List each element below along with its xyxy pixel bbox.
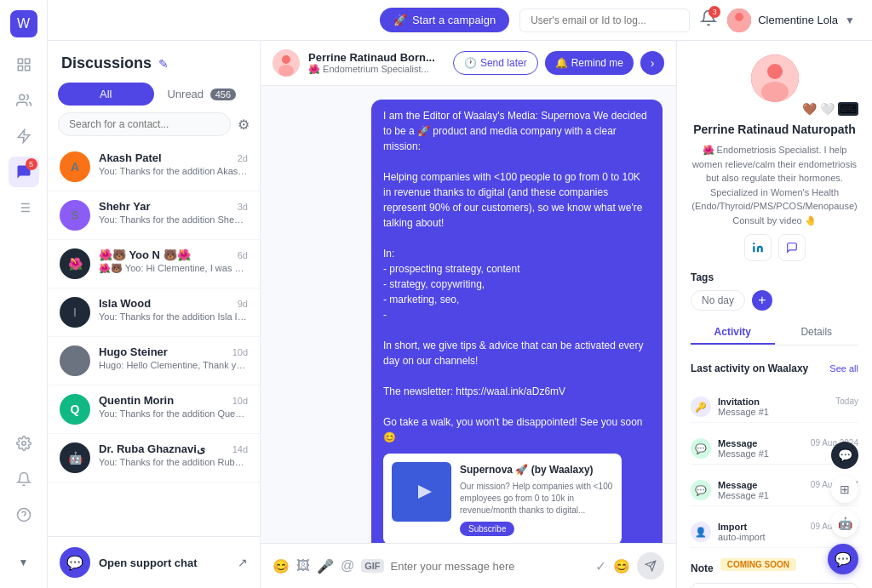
chat-contact-subtitle: 🌺 Endometrium Specialist... [308,64,445,75]
nav-collapse[interactable]: ▼ [9,547,39,578]
notification-badge: 3 [708,6,720,18]
contact-item[interactable]: 🌺 🌺🐻 Yoo N 🐻🌺 6d 🌺🐻 Yoo: Hi Clementine, … [48,240,260,288]
contact-preview: You: Thanks for the addition Quentin I a… [99,408,248,419]
nav-messages[interactable]: 5 [9,157,39,187]
user-search-input[interactable] [519,9,690,32]
check-button[interactable]: ✓ [595,558,606,574]
linkedin-button[interactable] [744,234,772,261]
float-grid-button[interactable]: ⊞ [831,476,858,503]
contact-item[interactable]: I Isla Wood 9d You: Thanks for the addit… [48,288,260,337]
user-profile-menu[interactable]: Clementine Lola ▼ [727,9,855,32]
profile-header: 🤎 🤍 ⌨ Perrine Ratinaud Naturopath 🌺 Endo… [691,54,858,261]
chat-header: Perrine Ratinaud Born... 🌺 Endometrium S… [261,41,676,86]
contact-item[interactable]: S Shehr Yar 3d You: Thanks for the addit… [48,191,260,240]
send-later-button[interactable]: 🕐 Send later [453,51,538,75]
float-chat-button[interactable]: 💬 [831,442,858,469]
message-input[interactable] [391,560,588,573]
discussions-panel: Discussions ✎ All Unread 456 ⚙ A [48,41,261,588]
remind-me-button[interactable]: 🔔 Remind me [545,51,634,75]
emoji-button[interactable]: 😊 [613,558,630,574]
no-day-tag[interactable]: No day [691,290,745,311]
contact-name: Akash Patel [99,151,162,164]
contact-item[interactable]: 🤖 Dr. Ruba Ghaznaviی 14d You: Thanks for… [48,434,260,482]
nav-help[interactable] [9,500,39,530]
edit-discussions-icon[interactable]: ✎ [158,57,169,71]
open-support-chat[interactable]: 💬 Open support chat ↗ [48,536,260,588]
campaign-rocket-icon: 🚀 [393,14,407,26]
send-message-button[interactable] [637,552,664,579]
avatar: I [60,297,90,328]
nav-settings[interactable] [9,428,39,459]
tab-unread[interactable]: Unread 456 [154,83,250,106]
link-card-desc: Our mission? Help companies with <100 em… [460,481,613,517]
see-all-link[interactable]: See all [829,363,858,374]
contact-item[interactable]: A Akash Patel 2d You: Thanks for the add… [48,143,260,191]
discussions-title: Discussions [61,54,152,72]
nav-lists[interactable] [9,192,39,223]
svg-rect-1 [25,59,29,63]
tags-section: Tags No day + [691,271,858,311]
logo: W [10,10,37,37]
contact-name: 🌺🐻 Yoo N 🐻🌺 [99,248,191,261]
user-name-label: Clementine Lola [758,14,838,26]
nav-home[interactable] [9,49,39,80]
contact-time: 9d [238,299,248,309]
add-tag-button[interactable]: + [752,290,772,311]
discussions-header: Discussions ✎ [48,41,260,83]
float-support-button[interactable]: 💬 [828,544,858,574]
svg-marker-5 [18,130,30,143]
tags-label: Tags [691,271,858,283]
audio-button[interactable]: 🎤 [317,558,334,574]
contact-info: 🌺🐻 Yoo N 🐻🌺 6d 🌺🐻 Yoo: Hi Clementine, I … [99,248,248,274]
message-profile-button[interactable] [778,234,806,261]
contact-info: Dr. Ruba Ghaznaviی 14d You: Thanks for t… [99,442,248,467]
subscribe-button[interactable]: Subscribe [460,522,514,536]
activity-section-title: Last activity on Waalaxy [691,363,808,374]
tab-details[interactable]: Details [775,321,859,345]
activity-icon-message: 💬 [691,438,711,459]
user-menu-chevron: ▼ [845,14,855,26]
activity-name: Message [718,438,804,448]
svg-point-32 [767,64,783,79]
gif-button[interactable]: GIF [361,559,383,573]
contact-preview: Hugo: Hello Clementine, Thank you for yo… [99,360,248,370]
activity-name: Message [718,480,804,490]
chat-contact-name: Perrine Ratinaud Born... [308,51,445,64]
activity-message: Message #1 [718,448,804,459]
tab-all[interactable]: All [58,83,154,106]
send-later-label: Send later [480,57,527,69]
start-campaign-button[interactable]: 🚀 Start a campaign [380,8,509,32]
contact-info: Hugo Steiner 10d Hugo: Hello Clementine,… [99,345,248,370]
nav-next-button[interactable]: › [640,51,664,75]
notification-button[interactable]: 3 [700,9,717,31]
activity-info: Import auto-import [718,522,804,542]
nav-contacts[interactable] [9,85,39,116]
contact-info: Shehr Yar 3d You: Thanks for the additio… [99,200,248,225]
contact-search-input[interactable] [58,112,231,136]
message-text: I am the Editor of Waalay's Media: Super… [383,108,651,445]
activity-icon-message2: 💬 [691,480,711,500]
link-card-title: Supernova 🚀 (by Waalaxy) [460,462,613,477]
tab-unread-label: Unread [167,88,204,100]
svg-point-17 [732,22,746,32]
remind-label: Remind me [571,57,623,69]
filter-button[interactable]: ⚙ [238,117,250,133]
activity-header: Last activity on Waalaxy See all [691,363,858,374]
svg-rect-3 [25,66,29,71]
nav-notifications[interactable] [9,464,39,494]
nav-campaigns[interactable] [9,121,39,151]
user-avatar [727,9,751,32]
at-mention-button[interactable]: @ [341,558,354,574]
emoji-reactions-button[interactable]: 😊 [272,558,290,574]
contact-item[interactable]: H Hugo Steiner 10d Hugo: Hello Clementin… [48,337,260,385]
contact-preview: You: Thanks for the addition Akash I am … [99,166,248,176]
image-attach-button[interactable]: 🖼 [296,558,310,574]
contact-preview: 🌺🐻 Yoo: Hi Clementine, I was sorting thr… [99,263,248,274]
right-profile-panel: 🤎 🤍 ⌨ Perrine Ratinaud Naturopath 🌺 Endo… [676,41,872,588]
tab-activity[interactable]: Activity [691,321,775,345]
contact-item[interactable]: Q Quentin Morin 10d You: Thanks for the … [48,385,260,434]
float-secondary-button[interactable]: 🤖 [831,510,858,537]
avatar: S [60,200,90,231]
activity-info: Invitation Message #1 [718,397,829,417]
profile-name: Perrine Ratinaud Naturopath [693,123,856,136]
